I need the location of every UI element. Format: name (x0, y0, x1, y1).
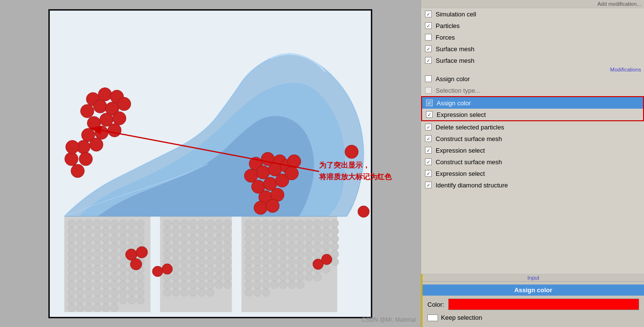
svg-point-73 (119, 273, 127, 281)
svg-point-70 (93, 273, 101, 281)
color-row: Color: (423, 296, 644, 313)
svg-point-281 (262, 288, 270, 296)
pipeline-item-expression-select-1[interactable]: Expression select (422, 109, 643, 120)
checkbox-expression-select-3[interactable] (425, 170, 432, 177)
pipeline-item-expression-select-3[interactable]: Expression select (421, 168, 644, 179)
pipeline-item-expression-select-2[interactable]: Expression select (421, 144, 644, 156)
svg-point-237 (296, 250, 304, 258)
svg-point-77 (76, 281, 84, 288)
svg-point-223 (271, 242, 278, 250)
svg-point-165 (163, 273, 171, 281)
svg-point-218 (322, 235, 330, 242)
svg-point-232 (253, 250, 261, 258)
svg-point-95 (76, 296, 84, 304)
checkbox-construct-surface-2[interactable] (425, 158, 432, 165)
item-label-particles: Particles (436, 22, 460, 29)
svg-point-128 (189, 235, 197, 242)
checkbox-selection-type[interactable] (425, 87, 432, 94)
svg-point-103 (68, 304, 75, 312)
svg-point-233 (262, 250, 270, 258)
svg-point-191 (279, 219, 287, 227)
svg-point-74 (128, 273, 136, 281)
svg-point-206 (314, 227, 322, 235)
svg-point-294 (108, 123, 121, 137)
checkbox-simulation-cell[interactable] (425, 11, 432, 17)
svg-point-208 (331, 227, 339, 235)
checkbox-particles[interactable] (425, 22, 432, 29)
checkbox-identify-diamond[interactable] (425, 182, 432, 188)
svg-point-60 (85, 266, 92, 273)
pipeline-item-surface-mesh-2[interactable]: Surface mesh (421, 55, 644, 66)
svg-point-86 (76, 288, 84, 296)
pipeline-item-construct-surface-1[interactable]: Construct surface mesh (421, 133, 644, 144)
svg-point-156 (224, 258, 232, 266)
pipeline-header: Add modification... (421, 0, 644, 8)
svg-point-260 (305, 266, 313, 273)
svg-point-142 (172, 250, 180, 258)
pipeline-item-assign-color-selected[interactable]: Assign color (422, 97, 643, 109)
svg-point-100 (119, 296, 127, 304)
checkbox-expression-select-1[interactable] (426, 111, 433, 118)
svg-point-319 (131, 258, 142, 270)
svg-point-214 (288, 235, 295, 242)
svg-point-116 (224, 219, 232, 227)
svg-point-194 (305, 219, 313, 227)
checkbox-surface-mesh-2[interactable] (425, 57, 432, 64)
svg-point-5 (76, 219, 84, 227)
svg-point-226 (296, 242, 304, 250)
pipeline-item-simulation-cell[interactable]: Simulation cell (421, 8, 644, 20)
pipeline-item-forces[interactable]: Forces (421, 31, 644, 43)
checkbox-forces[interactable] (425, 34, 432, 41)
svg-point-101 (128, 296, 136, 304)
svg-point-183 (181, 288, 189, 296)
svg-point-283 (98, 87, 112, 101)
svg-point-158 (172, 266, 180, 273)
checkbox-construct-surface-1[interactable] (425, 135, 432, 142)
pipeline-item-particles[interactable]: Particles (421, 20, 644, 31)
pipeline-item-assign-color-1[interactable]: Assign color (421, 73, 644, 85)
svg-point-248 (296, 258, 304, 266)
pipeline-item-delete-selected[interactable]: Delete selected particles (421, 121, 644, 133)
svg-point-279 (245, 288, 252, 296)
checkbox-expression-select-2[interactable] (425, 147, 432, 154)
svg-point-227 (305, 242, 313, 250)
svg-point-125 (163, 235, 171, 242)
svg-point-31 (68, 242, 75, 250)
svg-point-12 (136, 219, 144, 227)
svg-point-34 (93, 242, 101, 250)
checkbox-assign-color-selected[interactable] (426, 100, 433, 106)
svg-point-180 (224, 281, 232, 288)
checkbox-assign-color-1[interactable] (425, 75, 432, 82)
svg-point-18 (111, 227, 118, 235)
pipeline-item-construct-surface-2[interactable]: Construct surface mesh (421, 156, 644, 168)
pipeline-item-identify-diamond[interactable]: Identify diamond structure (421, 179, 644, 191)
keep-selection-label: Keep selection (441, 314, 482, 321)
pipeline-item-surface-mesh-1[interactable]: Surface mesh (421, 43, 644, 55)
svg-point-178 (206, 281, 214, 288)
svg-point-190 (271, 219, 278, 227)
svg-point-265 (262, 273, 270, 281)
svg-point-55 (119, 258, 127, 266)
checkbox-delete-selected[interactable] (425, 124, 432, 130)
item-label-simulation-cell: Simulation cell (436, 11, 476, 18)
svg-point-52 (93, 258, 101, 266)
svg-point-269 (296, 273, 304, 281)
keep-selection-row[interactable]: Keep selection (423, 313, 644, 324)
svg-point-270 (305, 273, 313, 281)
svg-point-90 (111, 288, 118, 296)
svg-point-24 (85, 235, 92, 242)
svg-point-139 (215, 242, 223, 250)
input-section-label: Input (423, 274, 644, 281)
svg-point-177 (198, 281, 205, 288)
svg-point-51 (85, 258, 92, 266)
svg-point-288 (117, 97, 131, 111)
svg-point-21 (136, 227, 144, 235)
checkbox-surface-mesh-1[interactable] (425, 45, 432, 52)
checkbox-keep-selection[interactable] (427, 314, 438, 321)
pipeline-item-selection-type[interactable]: Selection type... (421, 85, 644, 96)
svg-point-163 (215, 266, 223, 273)
color-swatch[interactable] (448, 299, 639, 310)
svg-point-201 (271, 227, 278, 235)
svg-point-118 (172, 227, 180, 235)
svg-point-235 (279, 250, 287, 258)
